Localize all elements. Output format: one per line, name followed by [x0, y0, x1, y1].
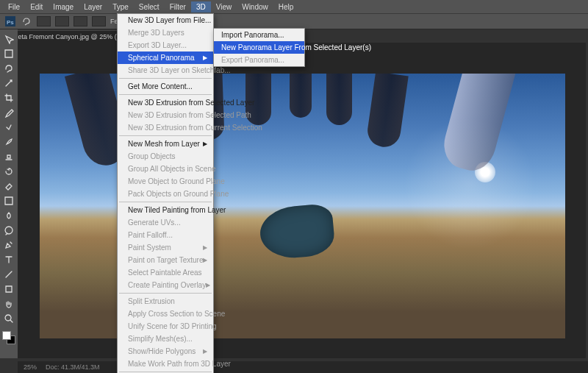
menu-item: Paint System▶ — [118, 241, 213, 254]
menu-item: Group Objects — [118, 150, 213, 163]
path-tool[interactable] — [1, 268, 16, 281]
menu-item: New 3D Extrusion from Current Selection — [118, 121, 213, 134]
gradient-tool[interactable] — [1, 194, 16, 207]
menu-item: Paint on Target Texture▶ — [118, 254, 213, 266]
color-swatches[interactable] — [2, 331, 15, 344]
wand-tool[interactable] — [1, 77, 16, 90]
menu-item[interactable]: New Tiled Painting from Layer — [118, 204, 213, 216]
menu-item[interactable]: Get More Content... — [118, 80, 213, 93]
stamp-tool[interactable] — [1, 150, 16, 163]
menu-item: Move Object to Ground Plane — [118, 175, 213, 188]
menu-type[interactable]: Type — [107, 1, 134, 13]
menu-item: Create Painting Overlay▶ — [118, 279, 213, 291]
menu-item[interactable]: New Mesh from Layer▶ — [118, 138, 213, 150]
pen-tool[interactable] — [1, 238, 16, 252]
crop-tool[interactable] — [1, 91, 16, 104]
lasso-tool[interactable] — [1, 62, 16, 75]
status-bar: 25% Doc: 41.3M/41.3M — [18, 361, 588, 373]
panorama-image — [290, 74, 312, 118]
hand-tool[interactable] — [1, 297, 16, 310]
menu-layer[interactable]: Layer — [79, 1, 107, 13]
spherical-panorama-submenu: Import Panorama...New Panorama Layer Fro… — [213, 28, 305, 67]
submenu-item: Export Panorama... — [214, 54, 304, 66]
menu-3d[interactable]: 3D — [191, 1, 211, 13]
menu-item[interactable]: New 3D Extrusion from Selected Layer — [118, 96, 213, 109]
3d-menu-dropdown: New 3D Layer from File...Merge 3D Layers… — [117, 13, 214, 373]
submenu-item[interactable]: New Panorama Layer From Selected Layer(s… — [214, 41, 304, 54]
menu-item: Show/Hide Polygons▶ — [118, 345, 213, 358]
eraser-tool[interactable] — [1, 180, 16, 193]
selection-sub-icon[interactable] — [74, 16, 87, 26]
lasso-icon[interactable] — [21, 15, 32, 27]
ps-logo-icon: Ps — [4, 15, 16, 27]
doc-info: Doc: 41.3M/41.3M — [46, 363, 100, 371]
zoom-tool[interactable] — [1, 312, 16, 325]
menu-file[interactable]: File — [3, 1, 25, 13]
menu-filter[interactable]: Filter — [165, 1, 191, 13]
selection-add-icon[interactable] — [55, 16, 69, 26]
menu-item: Unify Scene for 3D Printing — [118, 320, 213, 333]
menu-image[interactable]: Image — [48, 1, 79, 13]
selection-int-icon[interactable] — [92, 16, 106, 26]
menu-item[interactable]: Spherical Panorama▶ — [118, 51, 213, 64]
move-tool[interactable] — [1, 32, 16, 46]
brush-tool[interactable] — [1, 135, 16, 149]
eyedropper-tool[interactable] — [1, 106, 16, 119]
submenu-item[interactable]: Import Panorama... — [214, 29, 304, 41]
menu-select[interactable]: Select — [134, 1, 165, 13]
menu-item: Apply Cross Section to Scene — [118, 308, 213, 320]
menu-item: Group All Objects in Scene — [118, 163, 213, 175]
tools-panel — [0, 29, 18, 358]
menu-view[interactable]: View — [211, 1, 237, 13]
menu-item: Merge 3D Layers — [118, 26, 213, 39]
marquee-tool[interactable] — [1, 47, 16, 60]
menu-item: Paint Falloff... — [118, 229, 213, 241]
canvas-area — [18, 43, 586, 358]
dodge-tool[interactable] — [1, 224, 16, 237]
menu-item: Make Work Path from 3D Layer — [118, 358, 213, 370]
menu-edit[interactable]: Edit — [25, 1, 48, 13]
menu-item: Select Paintable Areas — [118, 266, 213, 279]
menu-item: Share 3D Layer on Sketchfab... — [118, 64, 213, 77]
history-tool[interactable] — [1, 165, 16, 178]
menu-item[interactable]: New 3D Layer from File... — [118, 14, 213, 26]
healing-tool[interactable] — [1, 121, 16, 134]
blur-tool[interactable] — [1, 209, 16, 222]
type-tool[interactable] — [1, 253, 16, 266]
selection-new-icon[interactable] — [37, 16, 51, 26]
options-bar: Ps Feather: Anti-alias — [0, 13, 588, 29]
menubar: FileEditImageLayerTypeSelectFilter3DView… — [0, 0, 588, 13]
menu-item: Generate UVs... — [118, 216, 213, 229]
menu-item: Export 3D Layer... — [118, 39, 213, 51]
menu-item: Split Extrusion — [118, 295, 213, 308]
panorama-image — [326, 74, 352, 125]
rect-tool[interactable] — [1, 283, 16, 296]
menu-help[interactable]: Help — [273, 1, 299, 13]
menu-window[interactable]: Window — [237, 1, 273, 13]
menu-item: New 3D Extrusion from Selected Path — [118, 109, 213, 121]
menu-item: Pack Objects on Ground Plane — [118, 188, 213, 200]
svg-text:Ps: Ps — [7, 19, 14, 26]
menu-item: Simplify Mesh(es)... — [118, 333, 213, 345]
zoom-level[interactable]: 25% — [24, 363, 37, 371]
